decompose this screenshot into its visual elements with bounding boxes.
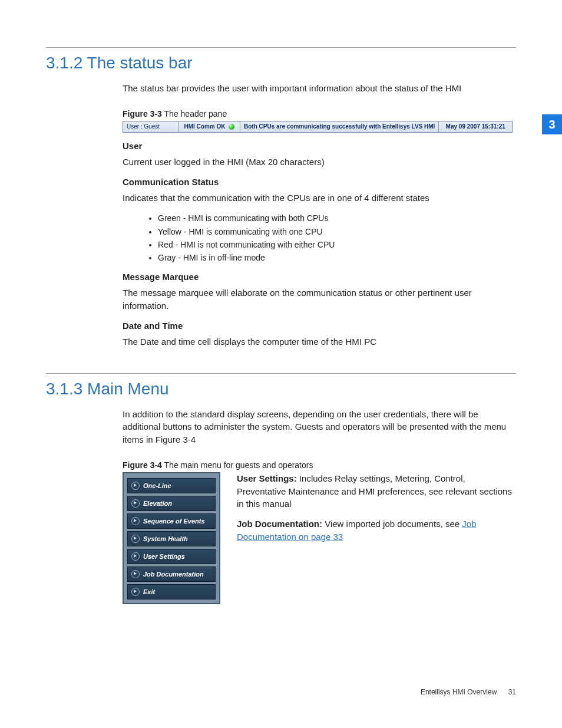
job-documentation-description: Job Documentation: View imported job doc… xyxy=(237,518,516,543)
figure-3-4-descriptions: User Settings: Includes Relay settings, … xyxy=(237,472,516,551)
menu-item-user-settings[interactable]: User Settings xyxy=(127,549,216,564)
menu-item-one-line[interactable]: One-Line xyxy=(127,478,216,493)
figure-3-4-menu-panel: One-Line Elevation Sequence of Events Sy… xyxy=(123,472,220,604)
body-column-312: The status bar provides the user with im… xyxy=(123,82,516,348)
list-item: Red - HMI is not communicating with eith… xyxy=(158,239,516,251)
menu-item-label: System Health xyxy=(143,535,188,542)
play-icon xyxy=(131,517,140,525)
intro-313: In addition to the standard display scre… xyxy=(123,408,516,446)
desc-datetime: The Date and time cell displays the comp… xyxy=(123,335,516,348)
user-settings-description: User Settings: Includes Relay settings, … xyxy=(237,472,516,510)
job-documentation-label: Job Documentation: xyxy=(237,519,322,529)
play-icon xyxy=(131,535,140,543)
subhead-comm: Communication Status xyxy=(123,177,516,187)
intro-312: The status bar provides the user with im… xyxy=(123,82,516,95)
play-icon xyxy=(131,499,140,508)
document-page: 3 3.1.2 The status bar The status bar pr… xyxy=(0,0,562,728)
footer-page-number: 31 xyxy=(508,688,516,696)
menu-item-elevation[interactable]: Elevation xyxy=(127,496,216,511)
heading-3-1-2: 3.1.2 The status bar xyxy=(46,47,516,73)
figure-3-4-label: Figure 3-4 xyxy=(123,460,162,470)
play-icon xyxy=(131,482,140,490)
figure-3-4-caption: Figure 3-4 The main menu for guests and … xyxy=(123,460,516,470)
figure-3-3-caption: Figure 3-3 The header pane xyxy=(123,109,516,118)
play-icon xyxy=(131,552,140,561)
menu-item-system-health[interactable]: System Health xyxy=(127,531,216,546)
play-icon xyxy=(131,570,140,578)
play-icon xyxy=(131,588,140,596)
job-documentation-pretext: View imported job documents, see xyxy=(322,519,462,529)
footer-title: Entellisys HMI Overview xyxy=(421,688,497,696)
statusbar-message-cell: Both CPUs are communicating successfully… xyxy=(240,121,439,132)
menu-item-sequence-of-events[interactable]: Sequence of Events xyxy=(127,513,216,529)
desc-marquee: The message marquee will elaborate on th… xyxy=(123,286,516,312)
subhead-user: User xyxy=(123,141,516,151)
subhead-datetime: Date and Time xyxy=(123,321,516,331)
menu-item-label: Elevation xyxy=(143,500,172,507)
menu-item-label: Job Documentation xyxy=(143,571,204,578)
comm-states-list: Green - HMI is communicating with both C… xyxy=(123,212,516,263)
list-item: Green - HMI is communicating with both C… xyxy=(158,212,516,224)
desc-comm: Indicates that the communication with th… xyxy=(123,192,516,205)
body-column-313: In addition to the standard display scre… xyxy=(123,408,516,604)
statusbar-user-cell: User : Guest xyxy=(123,121,179,132)
menu-item-job-documentation[interactable]: Job Documentation xyxy=(127,566,216,582)
menu-item-label: Sequence of Events xyxy=(143,518,205,525)
status-led-icon xyxy=(229,124,234,130)
statusbar-comm-text: HMI Comm OK xyxy=(184,123,225,130)
menu-item-label: User Settings xyxy=(143,553,185,560)
user-settings-label: User Settings: xyxy=(237,473,297,483)
subhead-marquee: Message Marquee xyxy=(123,272,516,282)
menu-item-label: One-Line xyxy=(143,482,171,489)
desc-user: Current user logged in the HMI (Max 20 c… xyxy=(123,156,516,169)
list-item: Gray - HMI is in off-line mode xyxy=(158,252,516,263)
heading-3-1-3: 3.1.3 Main Menu xyxy=(46,373,516,398)
statusbar-datetime-cell: May 09 2007 15:31:21 xyxy=(439,121,512,132)
figure-3-3-text: The header pane xyxy=(162,109,227,118)
figure-3-3-label: Figure 3-3 xyxy=(123,109,162,118)
figure-3-4-text: The main menu for guests and operators xyxy=(162,460,313,470)
list-item: Yellow - HMI is communicating with one C… xyxy=(158,226,516,238)
chapter-tab: 3 xyxy=(542,114,562,134)
page-footer: Entellisys HMI Overview 31 xyxy=(421,688,516,696)
statusbar-comm-cell: HMI Comm OK xyxy=(179,121,240,132)
menu-item-label: Exit xyxy=(143,588,155,595)
menu-item-exit[interactable]: Exit xyxy=(127,584,216,599)
figure-3-3-statusbar: User : Guest HMI Comm OK Both CPUs are c… xyxy=(123,121,513,133)
